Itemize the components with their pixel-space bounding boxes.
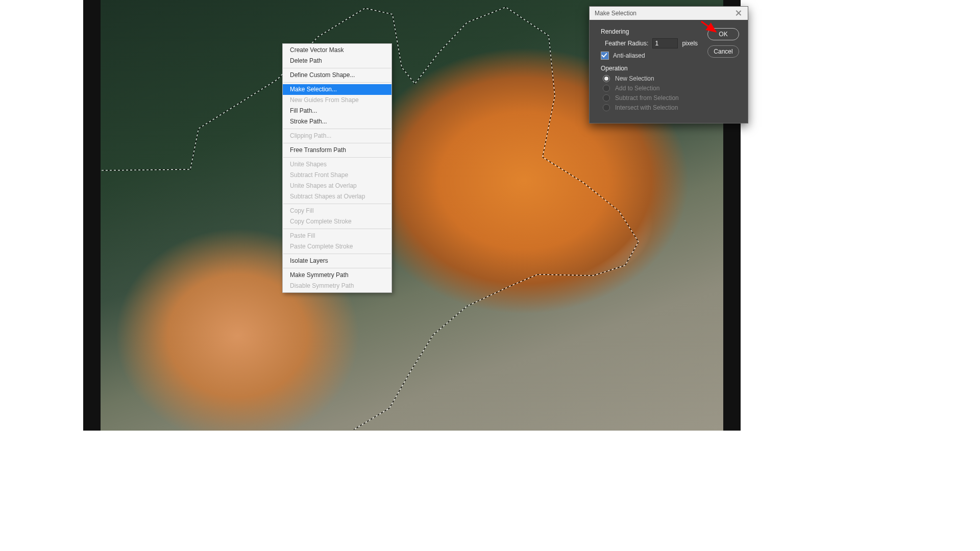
menu-copy-fill: Copy Fill [283,206,391,216]
menu-separator [283,157,391,158]
menu-clipping-path: Clipping Path... [283,131,391,141]
feather-radius-label: Feather Radius: [605,40,648,47]
dialog-titlebar[interactable]: Make Selection [590,7,748,20]
menu-separator [283,68,391,68]
menu-separator [283,129,391,129]
close-icon[interactable] [734,9,743,17]
menu-delete-path[interactable]: Delete Path [283,56,391,66]
intersect-with-selection-label: Intersect with Selection [615,104,678,111]
menu-unite-shapes: Unite Shapes [283,159,391,170]
feather-radius-unit: pixels [682,40,698,47]
menu-separator [283,204,391,204]
menu-disable-symmetry-path: Disable Symmetry Path [283,281,391,291]
workspace-mat-left [83,0,101,431]
new-selection-label: New Selection [615,75,654,82]
feather-radius-input[interactable] [652,38,678,48]
add-to-selection-radio [603,85,610,92]
intersect-with-selection-radio [603,104,610,111]
menu-separator [283,254,391,254]
make-selection-dialog: Make Selection Rendering Feather Radius:… [589,6,748,123]
ok-button[interactable]: OK [707,28,739,40]
add-to-selection-label: Add to Selection [615,85,659,92]
anti-aliased-checkbox[interactable] [601,52,609,60]
menu-stroke-path[interactable]: Stroke Path... [283,116,391,127]
menu-paste-complete-stroke: Paste Complete Stroke [283,241,391,252]
menu-unite-shapes-overlap: Unite Shapes at Overlap [283,181,391,191]
menu-make-symmetry-path[interactable]: Make Symmetry Path [283,270,391,281]
cancel-button[interactable]: Cancel [707,45,739,58]
menu-separator [283,268,391,268]
menu-subtract-shapes-overlap: Subtract Shapes at Overlap [283,191,391,202]
anti-aliased-label: Anti-aliased [613,52,645,59]
menu-separator [283,82,391,83]
menu-fill-path[interactable]: Fill Path... [283,106,391,116]
menu-make-selection[interactable]: Make Selection... [283,84,391,95]
menu-paste-fill: Paste Fill [283,231,391,241]
menu-separator [283,143,391,143]
menu-free-transform-path[interactable]: Free Transform Path [283,145,391,156]
menu-define-custom-shape[interactable]: Define Custom Shape... [283,70,391,81]
menu-separator [283,229,391,229]
path-context-menu: Create Vector Mask Delete Path Define Cu… [282,43,392,293]
rendering-heading: Rendering [596,28,705,35]
canvas-stage: Create Vector Mask Delete Path Define Cu… [83,0,741,431]
menu-new-guides-from-shape: New Guides From Shape [283,95,391,106]
menu-create-vector-mask[interactable]: Create Vector Mask [283,45,391,56]
dialog-title: Make Selection [595,10,636,17]
new-selection-radio[interactable] [603,75,610,82]
subtract-from-selection-label: Subtract from Selection [615,94,679,102]
operation-heading: Operation [596,65,705,72]
subtract-from-selection-radio [603,94,610,102]
menu-copy-complete-stroke: Copy Complete Stroke [283,216,391,227]
menu-isolate-layers[interactable]: Isolate Layers [283,256,391,266]
menu-subtract-front-shape: Subtract Front Shape [283,170,391,181]
